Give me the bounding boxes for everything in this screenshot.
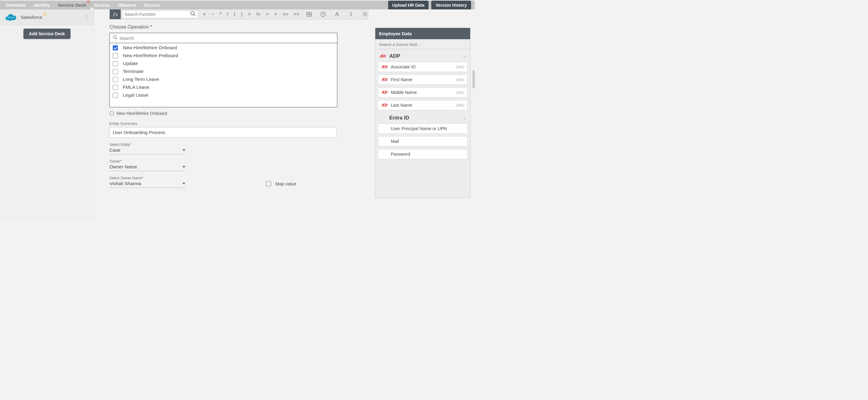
svg-point-16 <box>351 12 351 13</box>
field-label: Mail <box>391 139 399 144</box>
operator-button[interactable]: + <box>203 11 206 17</box>
operation-search-input[interactable] <box>119 36 334 41</box>
operator-button[interactable]: − <box>211 11 214 17</box>
map-value-toggle[interactable]: Map value <box>266 181 368 186</box>
tab-service-desk[interactable]: Service Desk <box>58 2 86 8</box>
operation-picker: New Hire/Rehire OnboardNew Hire/Rehire P… <box>110 33 337 107</box>
upload-hr-data-button[interactable]: Upload HR Data <box>388 1 429 10</box>
settings-icon[interactable] <box>362 11 368 17</box>
add-service-desk-button[interactable]: Add Service Desk <box>23 29 70 39</box>
entity-summary-label: Entity Summary <box>110 121 368 126</box>
source-section-entra-id[interactable]: Entra ID⌄ <box>378 113 468 123</box>
field-label: Associate ID <box>391 64 415 69</box>
operator-button[interactable]: ) <box>241 11 242 17</box>
select-owner[interactable]: Owner Name <box>110 163 185 171</box>
operator-button[interactable]: ( <box>234 11 235 17</box>
operation-option[interactable]: New Hire/Rehire Preboard <box>110 52 337 60</box>
operation-option-label: Long Term Leave <box>123 76 159 82</box>
checkbox[interactable] <box>113 77 118 82</box>
search-icon[interactable] <box>190 11 196 18</box>
source-name: ADP <box>389 53 400 59</box>
source-field[interactable]: ÆÐFirst Name(abc) <box>378 74 468 85</box>
remove-chip-icon[interactable]: − <box>110 111 114 116</box>
operation-option-label: Terminate <box>123 69 144 74</box>
checkbox[interactable] <box>113 69 118 74</box>
operation-option-label: FMLA Leave <box>123 85 149 90</box>
version-history-button[interactable]: Version History <box>431 1 471 10</box>
field-label: Last Name <box>391 103 412 107</box>
sidebar-item-salesforce[interactable]: salesforce Salesforce ⋮ <box>0 9 94 25</box>
more-menu-icon[interactable]: ⋮ <box>84 14 90 20</box>
operator-button[interactable]: = <box>248 11 251 17</box>
operator-button[interactable]: >= <box>293 11 299 17</box>
operation-option-label: New Hire/Rehire Preboard <box>123 53 178 58</box>
function-search-input[interactable] <box>124 12 190 17</box>
operation-option-label: New Hire/Rehire Onboard <box>123 45 177 51</box>
operator-button[interactable]: < <box>274 11 277 17</box>
tab-observe[interactable]: Observe <box>118 2 136 8</box>
employee-data-search[interactable] <box>375 39 470 49</box>
source-section-adp[interactable]: ÆÐADP⌄ <box>378 51 468 62</box>
employee-data-search-input[interactable] <box>379 42 467 47</box>
map-value-label: Map value <box>275 181 296 186</box>
scrollbar-thumb[interactable] <box>473 70 475 88</box>
sidebar: salesforce Salesforce ⋮ Add Service Desk <box>0 9 94 219</box>
chevron-down-icon <box>182 149 185 151</box>
operator-button[interactable]: != <box>256 11 260 17</box>
info-icon[interactable] <box>348 11 354 17</box>
warn-badge-icon <box>43 13 46 16</box>
text-icon[interactable] <box>334 11 340 17</box>
adp-logo-icon: ÆÐ <box>381 103 388 107</box>
adp-logo-icon: ÆÐ <box>381 65 388 69</box>
tab-overview[interactable]: Overview <box>5 2 26 8</box>
source-field[interactable]: ÆÐMiddle Name(abc) <box>378 87 468 98</box>
chip-label: New Hire/Rehire Onboard <box>116 111 167 116</box>
clock-icon[interactable] <box>320 11 326 17</box>
operation-option[interactable]: FMLA Leave <box>110 83 337 91</box>
select-select-entity[interactable]: Case <box>110 147 185 154</box>
checkbox[interactable] <box>113 93 118 98</box>
formula-bar: ƒx +−*/()=!=><<=>= <box>110 9 368 20</box>
field-type-hint: (abc) <box>456 103 464 107</box>
source-field[interactable]: User Principal Name or UPN <box>378 123 468 134</box>
operation-option-label: Update <box>123 61 138 66</box>
svg-text:salesforce: salesforce <box>7 17 14 18</box>
operation-option[interactable]: Legal Leave <box>110 91 337 99</box>
map-value-checkbox[interactable] <box>266 181 271 186</box>
checkbox[interactable] <box>113 61 118 66</box>
operation-option[interactable]: Long Term Leave <box>110 75 337 83</box>
field-type-hint: (abc) <box>456 90 464 95</box>
fx-icon[interactable]: ƒx <box>110 9 121 19</box>
tab-identity[interactable]: Identity <box>34 2 50 8</box>
operation-search[interactable] <box>110 33 337 43</box>
source-field[interactable]: Mail <box>378 136 468 147</box>
checkbox[interactable] <box>113 85 118 90</box>
operator-button[interactable]: > <box>266 11 269 17</box>
select-label: Select Owner Name* <box>110 176 368 180</box>
source-name: Entra ID <box>389 115 409 121</box>
table-icon[interactable] <box>306 11 312 17</box>
operator-button[interactable]: * <box>219 11 221 17</box>
svg-point-20 <box>363 12 367 16</box>
checkbox[interactable] <box>113 53 118 58</box>
field-label: Middle Name <box>391 90 417 95</box>
chevron-down-icon: ⌄ <box>462 115 467 121</box>
checkbox[interactable] <box>113 45 118 51</box>
field-label: First Name <box>391 77 412 82</box>
operation-option[interactable]: Update <box>110 60 337 67</box>
source-field[interactable]: ÆÐAssociate ID(abc) <box>378 62 468 72</box>
field-type-hint: (abc) <box>456 78 464 82</box>
source-field[interactable]: ÆÐLast Name(abc) <box>378 100 468 110</box>
tab-access[interactable]: Access <box>94 2 110 8</box>
source-field[interactable]: Password <box>378 149 468 159</box>
chevron-down-icon <box>182 183 185 184</box>
entity-summary-field[interactable]: User Onboarding Process <box>110 127 337 138</box>
function-search[interactable] <box>122 10 198 18</box>
operation-option[interactable]: New Hire/Rehire Onboard <box>110 44 337 52</box>
operation-option[interactable]: Terminate <box>110 67 337 75</box>
select-select-owner-name[interactable]: Vishali Sharma <box>110 180 185 188</box>
employee-data-header: Employee Data <box>375 28 470 39</box>
operator-button[interactable]: / <box>227 11 228 17</box>
select-value: Owner Name <box>110 164 137 170</box>
operator-button[interactable]: <= <box>283 11 288 17</box>
